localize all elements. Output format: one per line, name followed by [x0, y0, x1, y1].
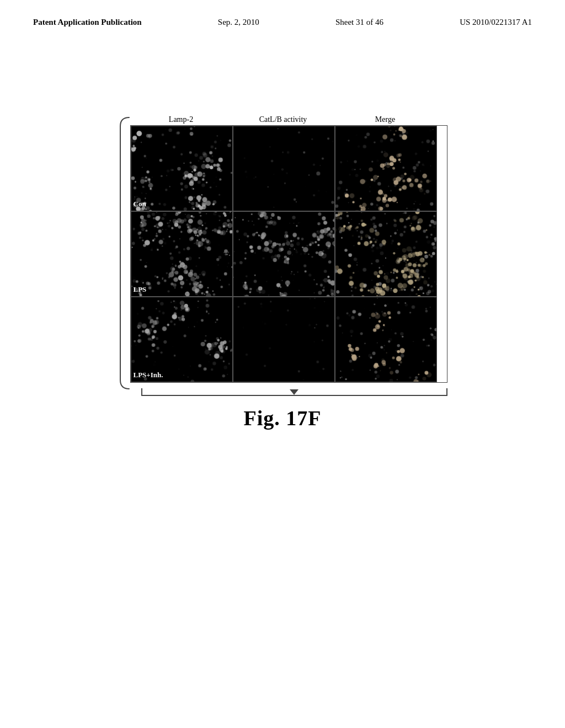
row-label-lps: LPS [134, 285, 147, 294]
image-grid: Con LPS [130, 125, 447, 383]
col-header-catlb: CatL/B activity [232, 115, 334, 124]
bottom-bracket-line-icon [142, 395, 446, 396]
patent-number: US 2010/0221317 A1 [460, 18, 532, 27]
grid-section: Lamp-2 CatL/B activity Merge Con [130, 115, 447, 396]
col-header-merge: Merge [334, 115, 436, 124]
figure-bracket: Lamp-2 CatL/B activity Merge Con [118, 115, 447, 396]
cell-lps-catlb [233, 211, 335, 297]
cell-con-catlb [233, 126, 335, 211]
publication-date: Sep. 2, 2010 [218, 18, 259, 27]
page-header: Patent Application Publication Sep. 2, 2… [0, 0, 565, 27]
cell-lps-lamp2: LPS [131, 211, 233, 297]
main-content: Lamp-2 CatL/B activity Merge Con [0, 115, 565, 430]
cell-lpsinh-lamp2: LPS+Inh. [131, 297, 233, 382]
cell-con-lamp2: Con [131, 126, 233, 211]
left-bracket-icon [118, 115, 130, 391]
cell-lpsinh-catlb [233, 297, 335, 382]
bottom-bracket-right-icon [446, 388, 447, 396]
cell-lps-merge [335, 211, 437, 297]
row-label-lpsinh: LPS+Inh. [134, 371, 163, 379]
bottom-bracket [141, 383, 447, 396]
row-label-con: Con [134, 200, 146, 208]
cell-con-merge [335, 126, 437, 211]
publication-type: Patent Application Publication [33, 18, 142, 27]
col-header-lamp2: Lamp-2 [130, 115, 232, 124]
figure-caption: Fig. 17F [244, 406, 322, 430]
sheet-info: Sheet 31 of 46 [335, 18, 383, 27]
column-headers: Lamp-2 CatL/B activity Merge [130, 115, 447, 124]
bottom-bracket-chevron-icon [290, 389, 299, 395]
cell-lpsinh-merge [335, 297, 437, 382]
